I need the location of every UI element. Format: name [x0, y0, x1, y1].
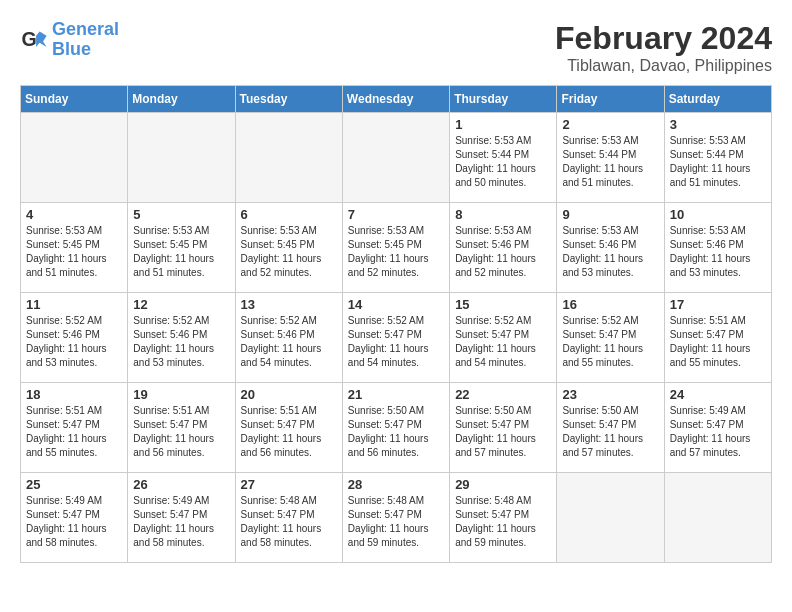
logo: G General Blue — [20, 20, 119, 60]
calendar-cell: 22Sunrise: 5:50 AMSunset: 5:47 PMDayligh… — [450, 383, 557, 473]
day-number: 1 — [455, 117, 551, 132]
day-info: Sunrise: 5:53 AMSunset: 5:46 PMDaylight:… — [670, 224, 766, 280]
title-block: February 2024 Tiblawan, Davao, Philippin… — [555, 20, 772, 75]
month-year: February 2024 — [555, 20, 772, 57]
calendar-cell: 27Sunrise: 5:48 AMSunset: 5:47 PMDayligh… — [235, 473, 342, 563]
week-row-4: 18Sunrise: 5:51 AMSunset: 5:47 PMDayligh… — [21, 383, 772, 473]
weekday-saturday: Saturday — [664, 86, 771, 113]
calendar-cell: 28Sunrise: 5:48 AMSunset: 5:47 PMDayligh… — [342, 473, 449, 563]
week-row-5: 25Sunrise: 5:49 AMSunset: 5:47 PMDayligh… — [21, 473, 772, 563]
day-info: Sunrise: 5:48 AMSunset: 5:47 PMDaylight:… — [241, 494, 337, 550]
calendar-cell — [235, 113, 342, 203]
day-number: 29 — [455, 477, 551, 492]
calendar-cell: 23Sunrise: 5:50 AMSunset: 5:47 PMDayligh… — [557, 383, 664, 473]
weekday-header-row: SundayMondayTuesdayWednesdayThursdayFrid… — [21, 86, 772, 113]
day-info: Sunrise: 5:52 AMSunset: 5:47 PMDaylight:… — [455, 314, 551, 370]
calendar-cell: 13Sunrise: 5:52 AMSunset: 5:46 PMDayligh… — [235, 293, 342, 383]
logo-icon: G — [20, 26, 48, 54]
weekday-sunday: Sunday — [21, 86, 128, 113]
day-info: Sunrise: 5:53 AMSunset: 5:44 PMDaylight:… — [670, 134, 766, 190]
weekday-friday: Friday — [557, 86, 664, 113]
svg-marker-1 — [36, 31, 47, 46]
day-number: 15 — [455, 297, 551, 312]
calendar-cell: 6Sunrise: 5:53 AMSunset: 5:45 PMDaylight… — [235, 203, 342, 293]
day-info: Sunrise: 5:52 AMSunset: 5:47 PMDaylight:… — [348, 314, 444, 370]
week-row-3: 11Sunrise: 5:52 AMSunset: 5:46 PMDayligh… — [21, 293, 772, 383]
calendar-cell: 29Sunrise: 5:48 AMSunset: 5:47 PMDayligh… — [450, 473, 557, 563]
day-number: 22 — [455, 387, 551, 402]
day-info: Sunrise: 5:51 AMSunset: 5:47 PMDaylight:… — [133, 404, 229, 460]
day-info: Sunrise: 5:53 AMSunset: 5:46 PMDaylight:… — [455, 224, 551, 280]
calendar-cell: 1Sunrise: 5:53 AMSunset: 5:44 PMDaylight… — [450, 113, 557, 203]
day-number: 20 — [241, 387, 337, 402]
day-number: 3 — [670, 117, 766, 132]
calendar-cell: 5Sunrise: 5:53 AMSunset: 5:45 PMDaylight… — [128, 203, 235, 293]
calendar-cell — [21, 113, 128, 203]
day-number: 16 — [562, 297, 658, 312]
day-info: Sunrise: 5:48 AMSunset: 5:47 PMDaylight:… — [348, 494, 444, 550]
calendar-cell: 14Sunrise: 5:52 AMSunset: 5:47 PMDayligh… — [342, 293, 449, 383]
calendar-cell: 2Sunrise: 5:53 AMSunset: 5:44 PMDaylight… — [557, 113, 664, 203]
day-number: 27 — [241, 477, 337, 492]
day-info: Sunrise: 5:53 AMSunset: 5:45 PMDaylight:… — [241, 224, 337, 280]
day-number: 7 — [348, 207, 444, 222]
calendar-body: 1Sunrise: 5:53 AMSunset: 5:44 PMDaylight… — [21, 113, 772, 563]
day-number: 18 — [26, 387, 122, 402]
day-info: Sunrise: 5:53 AMSunset: 5:44 PMDaylight:… — [562, 134, 658, 190]
calendar-cell: 16Sunrise: 5:52 AMSunset: 5:47 PMDayligh… — [557, 293, 664, 383]
day-info: Sunrise: 5:50 AMSunset: 5:47 PMDaylight:… — [455, 404, 551, 460]
calendar-cell: 3Sunrise: 5:53 AMSunset: 5:44 PMDaylight… — [664, 113, 771, 203]
logo-text: General Blue — [52, 20, 119, 60]
day-number: 10 — [670, 207, 766, 222]
location: Tiblawan, Davao, Philippines — [555, 57, 772, 75]
weekday-wednesday: Wednesday — [342, 86, 449, 113]
day-info: Sunrise: 5:53 AMSunset: 5:44 PMDaylight:… — [455, 134, 551, 190]
calendar-cell: 11Sunrise: 5:52 AMSunset: 5:46 PMDayligh… — [21, 293, 128, 383]
calendar-cell: 20Sunrise: 5:51 AMSunset: 5:47 PMDayligh… — [235, 383, 342, 473]
calendar-cell: 19Sunrise: 5:51 AMSunset: 5:47 PMDayligh… — [128, 383, 235, 473]
day-number: 9 — [562, 207, 658, 222]
calendar-cell: 4Sunrise: 5:53 AMSunset: 5:45 PMDaylight… — [21, 203, 128, 293]
day-number: 25 — [26, 477, 122, 492]
day-number: 14 — [348, 297, 444, 312]
day-number: 23 — [562, 387, 658, 402]
svg-text:G: G — [21, 27, 36, 49]
day-number: 13 — [241, 297, 337, 312]
week-row-2: 4Sunrise: 5:53 AMSunset: 5:45 PMDaylight… — [21, 203, 772, 293]
day-info: Sunrise: 5:50 AMSunset: 5:47 PMDaylight:… — [348, 404, 444, 460]
day-number: 8 — [455, 207, 551, 222]
day-info: Sunrise: 5:50 AMSunset: 5:47 PMDaylight:… — [562, 404, 658, 460]
day-number: 26 — [133, 477, 229, 492]
day-info: Sunrise: 5:49 AMSunset: 5:47 PMDaylight:… — [26, 494, 122, 550]
calendar-cell: 21Sunrise: 5:50 AMSunset: 5:47 PMDayligh… — [342, 383, 449, 473]
day-info: Sunrise: 5:52 AMSunset: 5:46 PMDaylight:… — [133, 314, 229, 370]
day-info: Sunrise: 5:52 AMSunset: 5:46 PMDaylight:… — [26, 314, 122, 370]
day-number: 11 — [26, 297, 122, 312]
calendar-cell: 17Sunrise: 5:51 AMSunset: 5:47 PMDayligh… — [664, 293, 771, 383]
day-number: 12 — [133, 297, 229, 312]
weekday-monday: Monday — [128, 86, 235, 113]
day-info: Sunrise: 5:53 AMSunset: 5:45 PMDaylight:… — [348, 224, 444, 280]
calendar-table: SundayMondayTuesdayWednesdayThursdayFrid… — [20, 85, 772, 563]
calendar-cell: 10Sunrise: 5:53 AMSunset: 5:46 PMDayligh… — [664, 203, 771, 293]
weekday-thursday: Thursday — [450, 86, 557, 113]
day-info: Sunrise: 5:48 AMSunset: 5:47 PMDaylight:… — [455, 494, 551, 550]
day-number: 6 — [241, 207, 337, 222]
day-number: 28 — [348, 477, 444, 492]
day-info: Sunrise: 5:51 AMSunset: 5:47 PMDaylight:… — [241, 404, 337, 460]
week-row-1: 1Sunrise: 5:53 AMSunset: 5:44 PMDaylight… — [21, 113, 772, 203]
calendar-cell: 24Sunrise: 5:49 AMSunset: 5:47 PMDayligh… — [664, 383, 771, 473]
calendar-cell — [557, 473, 664, 563]
day-info: Sunrise: 5:49 AMSunset: 5:47 PMDaylight:… — [133, 494, 229, 550]
day-info: Sunrise: 5:52 AMSunset: 5:47 PMDaylight:… — [562, 314, 658, 370]
day-number: 21 — [348, 387, 444, 402]
day-info: Sunrise: 5:49 AMSunset: 5:47 PMDaylight:… — [670, 404, 766, 460]
day-number: 17 — [670, 297, 766, 312]
calendar-cell — [664, 473, 771, 563]
day-info: Sunrise: 5:53 AMSunset: 5:46 PMDaylight:… — [562, 224, 658, 280]
page-header: G General Blue February 2024 Tiblawan, D… — [20, 20, 772, 75]
logo-general: General — [52, 19, 119, 39]
day-number: 5 — [133, 207, 229, 222]
day-number: 24 — [670, 387, 766, 402]
logo-blue: Blue — [52, 39, 91, 59]
